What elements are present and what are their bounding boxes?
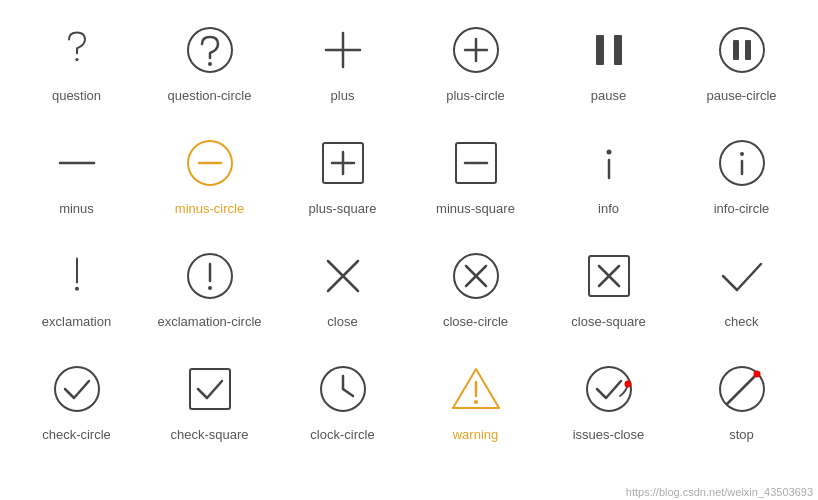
- check-circle-icon: [47, 359, 107, 419]
- plus-icon: [313, 20, 373, 80]
- close-circle-label: close-circle: [443, 314, 508, 329]
- icon-cell-plus-circle: plus-circle: [409, 20, 542, 103]
- icon-cell-close-circle: close-circle: [409, 246, 542, 329]
- svg-rect-12: [745, 40, 751, 60]
- plus-square-label: plus-square: [309, 201, 377, 216]
- plus-square-icon: [313, 133, 373, 193]
- check-square-icon: [180, 359, 240, 419]
- minus-icon: [47, 133, 107, 193]
- close-label: close: [327, 314, 357, 329]
- close-square-label: close-square: [571, 314, 645, 329]
- svg-point-0: [75, 58, 78, 61]
- plus-label: plus: [331, 88, 355, 103]
- icon-cell-question-circle: question-circle: [143, 20, 276, 103]
- svg-line-50: [727, 374, 757, 404]
- icon-cell-warning: warning: [409, 359, 542, 442]
- warning-label: warning: [453, 427, 499, 442]
- info-circle-label: info-circle: [714, 201, 770, 216]
- icon-cell-info-circle: info-circle: [675, 133, 808, 216]
- pause-circle-label: pause-circle: [706, 88, 776, 103]
- icon-cell-exclamation: exclamation: [10, 246, 143, 329]
- icon-cell-check: check: [675, 246, 808, 329]
- icon-cell-plus-square: plus-square: [276, 133, 409, 216]
- svg-point-24: [740, 152, 744, 156]
- info-circle-icon: [712, 133, 772, 193]
- check-label: check: [725, 314, 759, 329]
- icon-cell-close: close: [276, 246, 409, 329]
- question-icon: [47, 20, 107, 80]
- icon-cell-stop: stop: [675, 359, 808, 442]
- svg-point-47: [587, 367, 631, 411]
- exclamation-label: exclamation: [42, 314, 111, 329]
- clock-circle-label: clock-circle: [310, 427, 374, 442]
- question-label: question: [52, 88, 101, 103]
- svg-point-39: [55, 367, 99, 411]
- close-icon: [313, 246, 373, 306]
- issues-close-label: issues-close: [573, 427, 645, 442]
- icon-cell-exclamation-circle: exclamation-circle: [143, 246, 276, 329]
- icon-cell-check-circle: check-circle: [10, 359, 143, 442]
- svg-rect-40: [190, 369, 230, 409]
- minus-square-label: minus-square: [436, 201, 515, 216]
- minus-circle-label: minus-circle: [175, 201, 244, 216]
- stop-icon: [712, 359, 772, 419]
- close-square-icon: [579, 246, 639, 306]
- icon-grid: question question-circle plus: [0, 0, 818, 462]
- icon-cell-info: info: [542, 133, 675, 216]
- info-icon: [579, 133, 639, 193]
- svg-point-30: [208, 286, 212, 290]
- icon-cell-issues-close: issues-close: [542, 359, 675, 442]
- svg-point-2: [208, 62, 212, 66]
- warning-icon: [446, 359, 506, 419]
- exclamation-circle-label: exclamation-circle: [157, 314, 261, 329]
- icon-cell-minus: minus: [10, 133, 143, 216]
- svg-point-21: [606, 150, 611, 155]
- svg-point-46: [474, 400, 478, 404]
- check-circle-label: check-circle: [42, 427, 111, 442]
- minus-label: minus: [59, 201, 94, 216]
- svg-point-48: [624, 381, 631, 388]
- svg-rect-9: [614, 35, 622, 65]
- question-circle-label: question-circle: [168, 88, 252, 103]
- check-square-label: check-square: [170, 427, 248, 442]
- pause-label: pause: [591, 88, 626, 103]
- info-label: info: [598, 201, 619, 216]
- clock-circle-icon: [313, 359, 373, 419]
- exclamation-circle-icon: [180, 246, 240, 306]
- minus-square-icon: [446, 133, 506, 193]
- issues-close-icon: [579, 359, 639, 419]
- icon-cell-pause: pause: [542, 20, 675, 103]
- plus-circle-label: plus-circle: [446, 88, 505, 103]
- icon-cell-check-square: check-square: [143, 359, 276, 442]
- minus-circle-icon: [180, 133, 240, 193]
- plus-circle-icon: [446, 20, 506, 80]
- icon-cell-clock-circle: clock-circle: [276, 359, 409, 442]
- svg-line-43: [343, 389, 353, 396]
- icon-cell-minus-circle: minus-circle: [143, 133, 276, 216]
- watermark: https://blog.csdn.net/weixin_43503693: [626, 486, 813, 498]
- svg-point-10: [720, 28, 764, 72]
- svg-rect-11: [733, 40, 739, 60]
- icon-cell-plus: plus: [276, 20, 409, 103]
- svg-rect-8: [596, 35, 604, 65]
- exclamation-icon: [47, 246, 107, 306]
- pause-circle-icon: [712, 20, 772, 80]
- check-icon: [712, 246, 772, 306]
- icon-cell-pause-circle: pause-circle: [675, 20, 808, 103]
- pause-icon: [579, 20, 639, 80]
- close-circle-icon: [446, 246, 506, 306]
- icon-cell-minus-square: minus-square: [409, 133, 542, 216]
- icon-cell-close-square: close-square: [542, 246, 675, 329]
- svg-point-27: [75, 287, 79, 291]
- svg-point-51: [753, 371, 760, 378]
- question-circle-icon: [180, 20, 240, 80]
- stop-label: stop: [729, 427, 754, 442]
- icon-cell-question: question: [10, 20, 143, 103]
